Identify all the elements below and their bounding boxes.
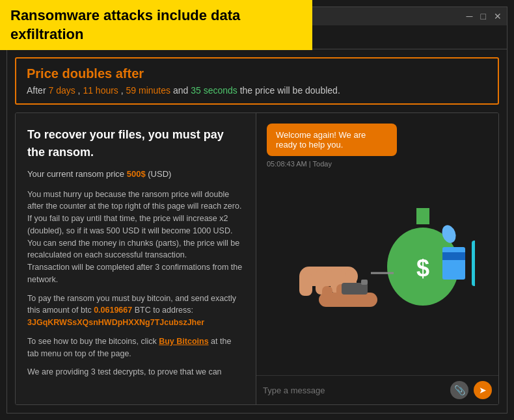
chat-input-area: 📎 ➤	[256, 375, 498, 404]
body-text-1: You must hurry up because the ransom pri…	[27, 189, 244, 286]
maximize-button[interactable]: □	[481, 11, 486, 21]
svg-rect-19	[361, 280, 368, 285]
send-button[interactable]: ➤	[474, 381, 492, 399]
btc-address[interactable]: 3JGqKRWSsXQsnHWDpHXXNg7TJcubszJher	[27, 318, 204, 327]
price-doubles-title: Price doubles after	[27, 66, 487, 81]
svg-text:$: $	[416, 255, 429, 282]
attach-icon: 📎	[454, 385, 465, 395]
body-text-4: We are providing 3 test decrypts, to pro…	[27, 366, 244, 378]
left-panel: To recover your files, you must pay the …	[16, 113, 256, 404]
timer-prefix: After	[27, 85, 48, 96]
body2: To pay the ransom you must buy bitcoin, …	[27, 294, 236, 315]
timer-and: and	[173, 85, 191, 96]
body-text-2: To pay the ransom you must buy bitcoin, …	[27, 293, 244, 329]
svg-rect-17	[472, 241, 475, 286]
right-panel: Welcome again! We are ready to help you.…	[256, 113, 498, 404]
ransom-price: Your current ransom price 500$ (USD)	[27, 168, 244, 181]
svg-rect-2	[416, 208, 429, 224]
main-content: To recover your files, you must pay the …	[15, 112, 499, 405]
svg-rect-12	[322, 286, 332, 304]
timer-minutes: 59 minutes	[126, 85, 170, 96]
chat-input[interactable]	[263, 386, 445, 395]
illustration: $	[267, 176, 488, 319]
svg-rect-15	[442, 247, 465, 280]
main-heading: To recover your files, you must pay the …	[27, 126, 244, 161]
send-icon: ➤	[479, 385, 487, 395]
price-doubles-banner: Price doubles after After 7 days , 11 ho…	[15, 57, 499, 105]
buy-bitcoins-link[interactable]: Buy Bitcoins	[159, 337, 208, 346]
chat-messages: Welcome again! We are ready to help you.…	[256, 113, 498, 375]
chat-bubble: Welcome again! We are ready to help you.	[267, 124, 397, 156]
btc-amount: 0.0619667	[94, 306, 132, 315]
ransom-price-currency: (USD)	[148, 169, 171, 179]
timer-seconds: 35 seconds	[191, 85, 237, 96]
minimize-button[interactable]: ─	[467, 11, 473, 21]
body-text-3: To see how to buy the bitcoins, click Bu…	[27, 335, 244, 360]
chat-timestamp: 05:08:43 AM | Today	[267, 160, 488, 168]
timer-suffix: the price will be doubled.	[240, 85, 340, 96]
price-timer-text: After 7 days , 11 hours , 59 minutes and…	[27, 85, 487, 96]
timer-sep2: ,	[121, 85, 126, 96]
svg-rect-16	[442, 252, 465, 260]
svg-rect-6	[299, 273, 312, 296]
timer-days: 7 days	[48, 85, 75, 96]
body3: BTC to address:	[135, 306, 193, 315]
body4: To see how to buy the bitcoins, click	[27, 337, 159, 346]
close-button[interactable]: ✕	[494, 11, 502, 21]
attach-button[interactable]: 📎	[450, 381, 468, 399]
yellow-banner: Ransomware attacks include data exfiltra…	[0, 0, 312, 50]
timer-hours: 11 hours	[83, 85, 118, 96]
ransom-price-label: Your current ransom price	[27, 169, 127, 179]
ransom-price-amount: 500$	[127, 169, 146, 179]
app-window: ─ □ ✕ Chat Test Decrypt Buy Bitcoins Abo…	[7, 7, 507, 413]
